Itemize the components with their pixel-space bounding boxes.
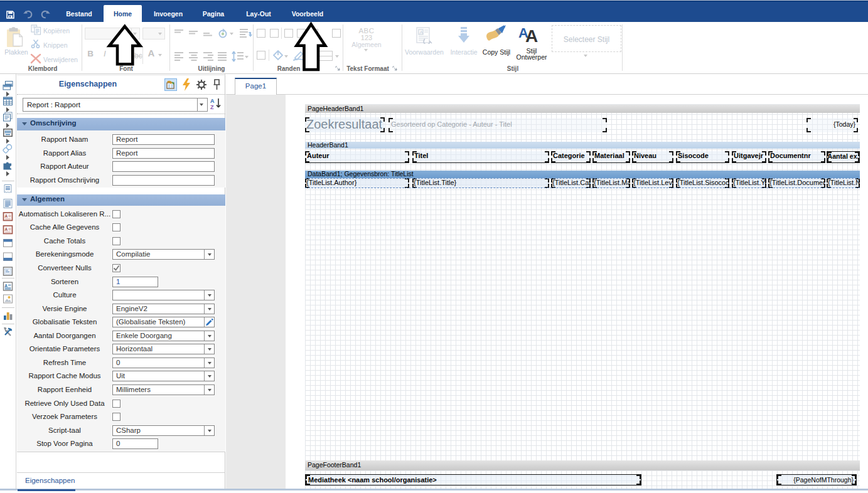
svg-text:A: A [4,284,8,288]
svg-text:A: A [5,227,8,231]
svg-text:A: A [5,214,8,218]
svg-text:A: A [420,29,424,35]
svg-text:A: A [210,98,215,104]
svg-text:Z: Z [210,104,214,110]
